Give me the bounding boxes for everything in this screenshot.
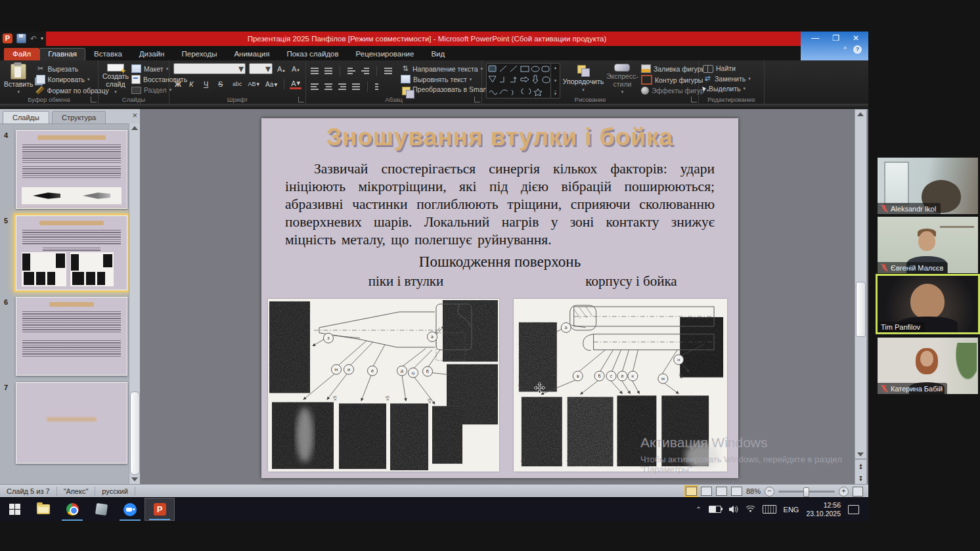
- slide-canvas[interactable]: Зношування втулки і бойка Зазвичай спост…: [261, 118, 738, 478]
- slide-thumbnail-7[interactable]: 7: [4, 382, 127, 464]
- tab-view[interactable]: Вид: [422, 48, 453, 60]
- notification-center-icon[interactable]: [848, 505, 859, 514]
- find-button[interactable]: Найти: [703, 64, 751, 72]
- wifi-icon[interactable]: [746, 506, 755, 514]
- next-slide-button[interactable]: ▼▼: [858, 476, 863, 481]
- language-tray-indicator[interactable]: ENG: [784, 506, 799, 514]
- select-button[interactable]: Выделить▾: [703, 85, 751, 93]
- powerpoint-taskbar-button[interactable]: P: [145, 498, 175, 521]
- arrange-button[interactable]: Упорядочить ▾: [563, 63, 604, 95]
- scroll-down-icon[interactable]: [131, 477, 138, 481]
- figure-pick-and-bushing-damage[interactable]: з м и е д ц б а x5 x5 x5: [268, 299, 499, 472]
- scroll-down-icon[interactable]: [857, 452, 864, 456]
- character-spacing-button[interactable]: АВ▾: [246, 81, 260, 87]
- underline-button[interactable]: Ч: [202, 80, 213, 88]
- grow-font-button[interactable]: А▴: [276, 65, 287, 73]
- close-button[interactable]: ✕: [853, 33, 859, 43]
- font-name-select[interactable]: ▾: [173, 63, 246, 74]
- start-button[interactable]: [0, 498, 29, 521]
- language-indicator[interactable]: русский: [95, 487, 135, 496]
- zoom-slider[interactable]: [778, 491, 835, 493]
- qat-customize-icon[interactable]: ▾: [41, 35, 43, 41]
- tab-outline[interactable]: Структура: [52, 111, 106, 123]
- zoom-in-button[interactable]: +: [839, 487, 849, 496]
- bold-button[interactable]: Ж: [173, 80, 185, 88]
- quick-access-toolbar[interactable]: P ↶ ▾: [3, 33, 43, 43]
- dialog-launcher-icon[interactable]: [474, 97, 480, 102]
- scroll-up-icon[interactable]: [131, 126, 138, 130]
- chrome-button[interactable]: [58, 498, 87, 521]
- quick-styles-button[interactable]: Экспресс-стили ▾: [606, 63, 638, 95]
- zoom-percent[interactable]: 88%: [746, 487, 761, 495]
- caption-right[interactable]: корпусу і бойка: [556, 273, 707, 290]
- zoom-out-button[interactable]: −: [765, 487, 774, 496]
- participant-tile[interactable]: Aleksandr Ikol: [878, 158, 978, 214]
- dialog-launcher-icon[interactable]: [91, 97, 97, 102]
- tray-expand-icon[interactable]: ⌃: [696, 506, 701, 513]
- new-slide-button[interactable]: Создать слайд ▾: [102, 63, 129, 95]
- powerpoint-titlebar[interactable]: P ↶ ▾ Презентація 2025 Панфілов [Режим с…: [0, 32, 868, 46]
- photos-app-button[interactable]: [87, 498, 116, 521]
- tab-review[interactable]: Рецензирование: [347, 48, 423, 60]
- tab-home[interactable]: Главная: [39, 48, 85, 60]
- undo-icon[interactable]: ↶: [30, 34, 37, 43]
- slide-thumbnail-6[interactable]: 6: [4, 297, 127, 376]
- participant-tile[interactable]: Євгеній Малєєв: [878, 217, 978, 273]
- shrink-font-button[interactable]: А▾: [290, 65, 301, 73]
- editor-scroll-thumb[interactable]: [856, 282, 866, 337]
- dialog-launcher-icon[interactable]: [298, 97, 304, 102]
- tab-animations[interactable]: Анимация: [225, 48, 278, 60]
- slide-subtitle[interactable]: Пошкодження поверхонь: [261, 253, 738, 271]
- paste-button[interactable]: Вставить ▾: [4, 63, 33, 95]
- scroll-up-icon[interactable]: [857, 112, 864, 116]
- file-explorer-button[interactable]: [29, 498, 58, 521]
- tab-file[interactable]: Файл: [4, 48, 39, 60]
- format-painter-button[interactable]: Формат по образцу: [36, 86, 109, 95]
- numbering-icon[interactable]: [324, 67, 333, 75]
- font-size-select[interactable]: ▾: [249, 63, 273, 74]
- minimize-button[interactable]: —: [811, 33, 819, 43]
- fit-to-window-button[interactable]: [853, 487, 863, 496]
- save-icon[interactable]: [16, 33, 26, 43]
- slide-body-text[interactable]: Зазвичай спостерігається синергія кілько…: [285, 160, 715, 248]
- bullets-icon[interactable]: [310, 67, 319, 75]
- decrease-indent-icon[interactable]: [347, 67, 356, 75]
- panel-scrollbar[interactable]: [129, 123, 140, 484]
- panel-scroll-thumb[interactable]: [130, 391, 140, 475]
- slideshow-view-button[interactable]: [731, 487, 742, 496]
- caption-left[interactable]: піки і втулки: [330, 273, 481, 290]
- font-color-button[interactable]: А▾: [290, 79, 301, 89]
- justify-icon[interactable]: [351, 83, 361, 91]
- shapes-gallery-scroll[interactable]: ▴▾▾: [550, 64, 560, 98]
- text-shadow-button[interactable]: abc: [231, 81, 243, 87]
- slide-editor-area[interactable]: Зношування втулки і бойка Зазвичай спост…: [140, 109, 868, 484]
- columns-icon[interactable]: [374, 83, 379, 91]
- zoom-slider-knob[interactable]: [803, 487, 809, 497]
- collapse-ribbon-button[interactable]: ^: [843, 46, 847, 53]
- align-right-icon[interactable]: [338, 83, 347, 91]
- powerpoint-app-icon[interactable]: P: [3, 33, 12, 43]
- help-button[interactable]: ?: [853, 45, 862, 54]
- maximize-button[interactable]: ❐: [832, 33, 839, 43]
- battery-icon[interactable]: [709, 506, 721, 513]
- tab-design[interactable]: Дизайн: [131, 48, 173, 60]
- italic-button[interactable]: К: [188, 80, 199, 88]
- align-left-icon[interactable]: [310, 83, 319, 91]
- clock[interactable]: 12:5623.10.2025: [806, 501, 841, 518]
- copy-button[interactable]: Копировать▾: [36, 75, 109, 84]
- editor-scrollbar[interactable]: [855, 109, 867, 459]
- tab-slideshow[interactable]: Показ слайдов: [278, 48, 347, 60]
- touch-keyboard-icon[interactable]: [763, 505, 776, 514]
- panel-close-icon[interactable]: ×: [132, 111, 137, 120]
- replace-button[interactable]: ⇄Заменить▾: [703, 74, 751, 83]
- tab-transitions[interactable]: Переходы: [173, 48, 225, 60]
- slide-thumbnail-5-selected[interactable]: 5: [4, 215, 127, 290]
- normal-view-button[interactable]: [686, 487, 697, 496]
- participant-tile[interactable]: Катерина Бабій: [878, 338, 978, 394]
- theme-name[interactable]: "Апекс": [57, 487, 96, 496]
- zoom-app-button[interactable]: [116, 498, 145, 521]
- tab-insert[interactable]: Вставка: [85, 48, 131, 60]
- change-case-button[interactable]: Аа▾: [264, 81, 278, 88]
- shapes-gallery[interactable]: ▴▾▾: [486, 63, 560, 99]
- slide-title[interactable]: Зношування втулки і бойка: [261, 123, 738, 151]
